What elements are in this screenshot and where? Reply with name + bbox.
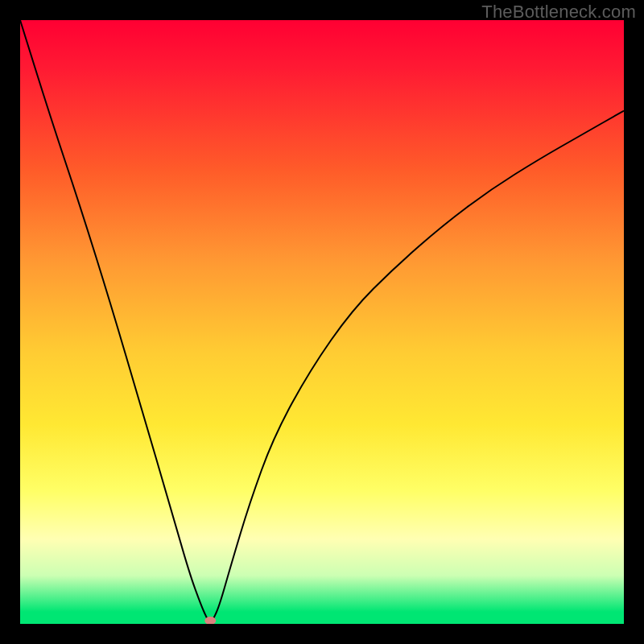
watermark-label: TheBottleneck.com: [481, 2, 636, 23]
chart-frame: TheBottleneck.com: [0, 0, 644, 644]
bottleneck-curve: [20, 20, 624, 623]
plot-area: [20, 20, 624, 624]
chart-svg: [20, 20, 624, 624]
